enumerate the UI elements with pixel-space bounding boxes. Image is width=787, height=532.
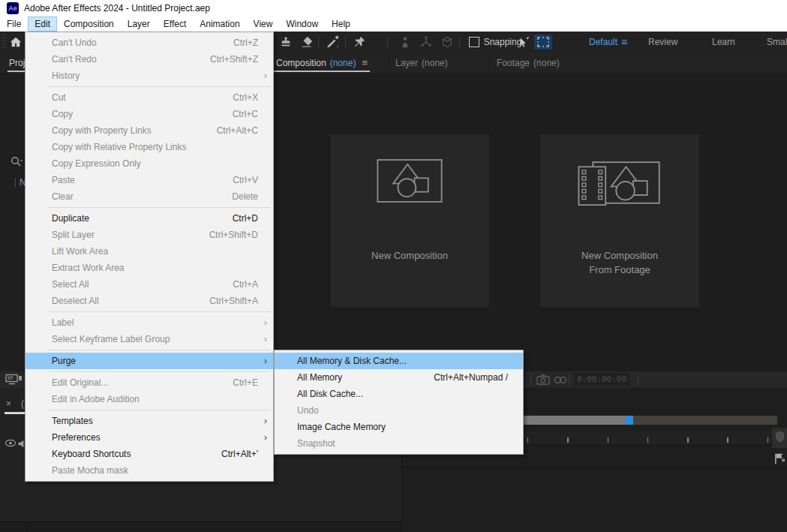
menu-file[interactable]: File <box>0 17 28 32</box>
menu-item-cant-redo[interactable]: Can't RedoCtrl+Shift+Z <box>26 51 273 68</box>
menu-view[interactable]: View <box>247 17 280 32</box>
menu-item-cut[interactable]: CutCtrl+X <box>26 89 273 106</box>
menu-separator <box>48 350 270 350</box>
menu-item-deselect-all[interactable]: Deselect AllCtrl+Shift+A <box>26 293 273 309</box>
time-navigator-handle[interactable] <box>626 416 633 425</box>
menu-item-purge[interactable]: Purge› <box>26 353 273 369</box>
menu-item-select-keyframe-label-group[interactable]: Select Keyframe Label Group› <box>26 331 273 347</box>
tab-composition[interactable]: Composition (none) ≡ <box>276 53 368 73</box>
timeline-tab-label[interactable]: ( <box>21 398 24 409</box>
menu-item-split-layer[interactable]: Split LayerCtrl+Shift+D <box>26 227 273 243</box>
current-time-display[interactable]: 0:00:00:00 <box>574 373 629 386</box>
item-label: Can't Undo <box>52 38 97 48</box>
toolbar-separator <box>459 36 460 48</box>
item-shortcut: Ctrl+V <box>233 175 267 185</box>
workspace-review[interactable]: Review <box>648 32 677 53</box>
ruler-tick <box>767 437 769 443</box>
axis-world-button[interactable] <box>417 35 435 50</box>
submenu-item-all-memory-and-disk-cache[interactable]: All Memory & Disk Cache... <box>275 353 523 369</box>
menu-item-cant-undo[interactable]: Can't UndoCtrl+Z <box>26 35 273 51</box>
menu-item-clear[interactable]: ClearDelete <box>26 188 273 205</box>
workspace-learn[interactable]: Learn <box>712 32 735 53</box>
layer-tab-label: Layer <box>395 58 418 68</box>
workspace-small[interactable]: Small <box>767 32 787 53</box>
marker-bin-icon[interactable] <box>774 430 785 443</box>
menu-item-edit-original[interactable]: Edit Original...Ctrl+E <box>26 374 273 391</box>
menu-item-copy-expression-only[interactable]: Copy Expression Only <box>26 155 273 172</box>
submenu-item-image-cache-memory[interactable]: Image Cache Memory <box>275 419 523 435</box>
bounding-box-toggle[interactable] <box>534 35 552 50</box>
eraser-tool[interactable] <box>299 35 315 50</box>
menu-item-extract-work-area[interactable]: Extract Work Area <box>26 260 273 276</box>
item-shortcut: Ctrl+D <box>233 213 267 224</box>
menu-composition[interactable]: Composition <box>57 17 121 32</box>
menu-item-paste[interactable]: PasteCtrl+V <box>26 172 273 188</box>
workspace-default[interactable]: Default <box>589 32 617 53</box>
video-visibility-icon[interactable] <box>5 439 17 447</box>
item-shortcut: Ctrl+E <box>233 377 267 388</box>
item-label: Label <box>52 317 74 328</box>
menu-item-copy-with-property-links[interactable]: Copy with Property LinksCtrl+Alt+C <box>26 122 273 139</box>
snapping-checkbox[interactable] <box>469 37 479 47</box>
new-composition-card[interactable]: New Composition <box>330 134 489 307</box>
item-label: Copy Expression Only <box>52 158 141 169</box>
search-button[interactable] <box>9 154 26 169</box>
window-title: Adobe After Effects 2024 - Untitled Proj… <box>24 3 210 14</box>
clone-stamp-icon <box>279 35 293 49</box>
menu-item-history[interactable]: History› <box>26 68 273 84</box>
clone-stamp-tool[interactable] <box>278 35 294 50</box>
panel-menu-icon[interactable]: ≡ <box>362 57 368 68</box>
comp-marker-icon[interactable] <box>773 452 786 464</box>
menu-item-duplicate[interactable]: DuplicateCtrl+D <box>26 210 273 227</box>
layer-tab-value: (none) <box>422 58 448 68</box>
composition-tab-value: (none) <box>330 58 356 68</box>
menu-item-templates[interactable]: Templates› <box>26 413 273 429</box>
menu-separator <box>48 86 270 87</box>
new-composition-from-footage-label: New Composition From Footage <box>540 248 699 277</box>
home-button[interactable] <box>8 35 23 50</box>
axis-view-button[interactable] <box>438 35 456 50</box>
workspace-menu-icon[interactable]: ≡ <box>621 32 627 53</box>
new-composition-icon <box>377 158 443 203</box>
roto-brush-tool[interactable] <box>323 35 342 50</box>
menu-layer[interactable]: Layer <box>121 17 157 32</box>
item-label: All Disk Cache... <box>297 389 363 399</box>
new-composition-from-footage-card[interactable]: New Composition From Footage <box>540 134 699 307</box>
close-icon[interactable]: × <box>6 398 11 409</box>
search-icon <box>9 155 24 168</box>
menu-animation[interactable]: Animation <box>193 17 246 32</box>
item-label: Copy with Relative Property Links <box>52 142 186 152</box>
submenu-item-snapshot[interactable]: Snapshot <box>275 435 523 452</box>
menu-item-copy[interactable]: CopyCtrl+C <box>26 106 273 122</box>
menu-item-label[interactable]: Label› <box>26 314 273 331</box>
menu-help[interactable]: Help <box>325 17 357 32</box>
menu-window[interactable]: Window <box>279 17 325 32</box>
eraser-icon <box>300 35 314 49</box>
tab-layer[interactable]: Layer (none) <box>395 53 448 73</box>
menu-edit[interactable]: Edit <box>28 17 57 32</box>
menu-item-preferences[interactable]: Preferences› <box>26 429 273 446</box>
submenu-item-all-memory[interactable]: All MemoryCtrl+Alt+Numpad / <box>275 369 523 386</box>
arrow-cursor-button[interactable] <box>516 35 533 50</box>
item-label: Split Layer <box>52 230 95 240</box>
menu-item-lift-work-area[interactable]: Lift Work Area <box>26 243 273 260</box>
render-queue-icon[interactable] <box>5 374 23 386</box>
menu-item-keyboard-shortcuts[interactable]: Keyboard ShortcutsCtrl+Alt+' <box>26 446 273 462</box>
puppet-pin-tool[interactable] <box>350 35 369 50</box>
menu-effect[interactable]: Effect <box>157 17 193 32</box>
show-snapshot-icon[interactable] <box>554 376 567 384</box>
title-bar: Ae Adobe After Effects 2024 - Untitled P… <box>0 0 787 17</box>
submenu-item-undo[interactable]: Undo <box>275 402 523 419</box>
item-label: Copy <box>52 109 73 119</box>
menu-item-select-all[interactable]: Select AllCtrl+A <box>26 276 273 293</box>
submenu-item-all-disk-cache[interactable]: All Disk Cache... <box>275 386 523 402</box>
panel-grip[interactable] <box>2 35 6 50</box>
tab-footage[interactable]: Footage (none) <box>497 53 560 73</box>
menu-item-copy-with-relative-property-links[interactable]: Copy with Relative Property Links <box>26 139 273 155</box>
axis-local-button[interactable] <box>396 35 414 50</box>
menu-item-edit-in-adobe-audition[interactable]: Edit in Adobe Audition <box>26 391 273 407</box>
menu-item-paste-mocha-mask[interactable]: Paste Mocha mask <box>26 462 273 479</box>
axis-world-icon <box>419 35 433 49</box>
submenu-chevron-icon: › <box>264 70 267 81</box>
snapshot-camera-icon[interactable] <box>536 374 550 385</box>
